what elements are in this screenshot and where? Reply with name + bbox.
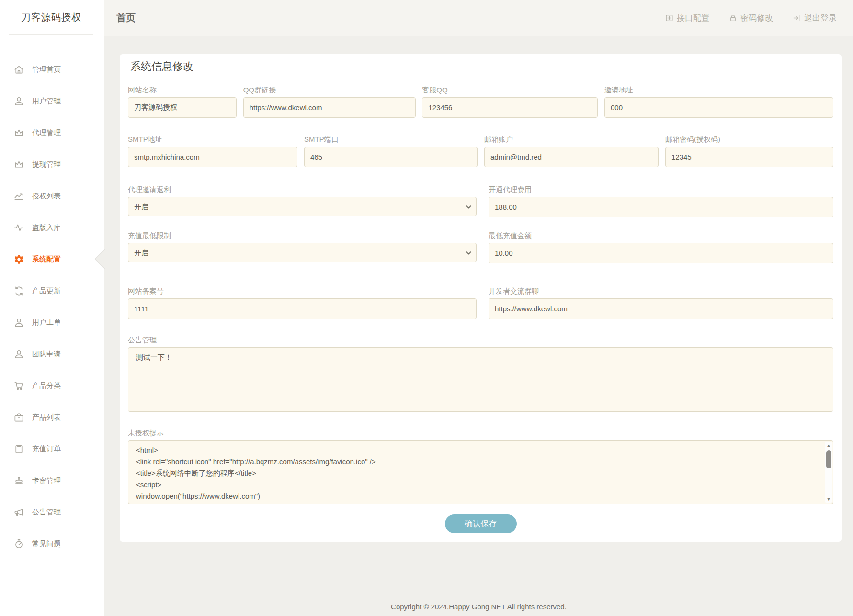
stamp-icon [13, 475, 24, 486]
agent-open-fee-input[interactable] [489, 197, 833, 217]
sidebar-item-admin-home[interactable]: 管理首页 [0, 54, 104, 85]
logout-link[interactable]: 退出登录 [792, 12, 837, 23]
sidebar-item-user-ticket[interactable]: 用户工单 [0, 307, 104, 338]
sidebar-item-label: 常见问题 [32, 539, 61, 548]
form-title: 系统信息修改 [130, 61, 833, 72]
user-icon [13, 317, 24, 328]
smtp-port-label: SMTP端口 [304, 136, 478, 143]
sidebar-item-product-category[interactable]: 产品分类 [0, 370, 104, 401]
user-icon [13, 96, 24, 107]
briefcase-icon [13, 412, 24, 423]
announcement-textarea[interactable]: 测试一下！ [128, 347, 833, 412]
min-recharge-amount-input[interactable] [489, 243, 833, 263]
activity-icon [13, 222, 24, 233]
sidebar-item-label: 用户工单 [32, 318, 61, 327]
textarea-scrollbar[interactable]: ▲ ▼ [825, 442, 832, 503]
app-logo: 刀客源码授权 [9, 0, 93, 34]
sidebar-item-authorization-list[interactable]: 授权列表 [0, 180, 104, 212]
system-info-card: 系统信息修改 网站名称 QQ群链接 客服QQ 邀请地址 SMTP地址 SMTP端… [120, 54, 842, 542]
logout-icon [792, 13, 801, 23]
sidebar-item-label: 授权列表 [32, 192, 61, 201]
developer-chat-group-input[interactable] [489, 298, 833, 319]
header-link-label: 密码修改 [740, 12, 773, 23]
sidebar-item-label: 产品列表 [32, 413, 61, 422]
sidebar-item-label: 团队申请 [32, 350, 61, 359]
invite-address-label: 邀请地址 [604, 86, 833, 93]
sidebar-item-product-list[interactable]: 产品列表 [0, 401, 104, 433]
sidebar-item-label: 用户管理 [32, 97, 61, 106]
agent-invite-rebate-select[interactable]: 开启 [128, 197, 477, 216]
site-icp-number-label: 网站备案号 [128, 287, 477, 295]
sidebar: 刀客源码授权 管理首页 用户管理 代理管理 提现管理 授权列表 盗版入库 系统配… [0, 0, 104, 616]
agent-invite-rebate-label: 代理邀请返利 [128, 186, 477, 193]
qq-group-link-label: QQ群链接 [243, 86, 416, 93]
refresh-icon [13, 285, 24, 297]
header-link-label: 退出登录 [804, 12, 837, 23]
lock-icon [728, 13, 738, 23]
sidebar-item-label: 系统配置 [32, 255, 61, 264]
content-area: 系统信息修改 网站名称 QQ群链接 客服QQ 邀请地址 SMTP地址 SMTP端… [104, 36, 853, 597]
copyright-text: Copyright © 2024.Happy Gong NET All righ… [391, 603, 567, 611]
sidebar-item-withdraw-management[interactable]: 提现管理 [0, 148, 104, 180]
clipboard-icon [13, 444, 24, 455]
sidebar-item-label: 提现管理 [32, 160, 61, 169]
sidebar-item-label: 管理首页 [32, 65, 61, 74]
sidebar-item-agent-management[interactable]: 代理管理 [0, 117, 104, 148]
megaphone-icon [13, 507, 24, 518]
email-account-input[interactable] [484, 147, 659, 167]
service-qq-input[interactable] [422, 97, 598, 118]
site-icp-number-input[interactable] [128, 298, 477, 319]
page-title: 首页 [116, 11, 136, 24]
header-link-label: 接口配置 [677, 12, 709, 23]
recharge-min-limit-select[interactable]: 开启 [128, 243, 477, 262]
save-button[interactable]: 确认保存 [445, 514, 517, 533]
page-footer: Copyright © 2024.Happy Gong NET All righ… [104, 597, 853, 616]
sidebar-item-user-management[interactable]: 用户管理 [0, 85, 104, 117]
sidebar-item-piracy-storage[interactable]: 盗版入库 [0, 212, 104, 243]
smtp-port-input[interactable] [304, 147, 478, 167]
sidebar-item-card-key-management[interactable]: 卡密管理 [0, 465, 104, 496]
cart-icon [13, 380, 24, 391]
change-password-link[interactable]: 密码修改 [728, 12, 773, 23]
announcement-label: 公告管理 [128, 336, 833, 343]
scroll-down-icon[interactable]: ▼ [825, 496, 832, 502]
qq-group-link-input[interactable] [243, 97, 416, 118]
email-password-label: 邮箱密码(授权码) [665, 136, 833, 143]
sidebar-item-system-config[interactable]: 系统配置 [0, 243, 104, 275]
sidebar-item-team-application[interactable]: 团队申请 [0, 338, 104, 370]
sidebar-item-faq[interactable]: 常见问题 [0, 528, 104, 559]
crown-icon [13, 159, 24, 170]
sidebar-item-label: 代理管理 [32, 128, 61, 137]
interface-config-icon [665, 13, 674, 23]
site-name-input[interactable] [128, 97, 237, 118]
stopwatch-icon [13, 538, 24, 549]
unauthorized-notice-textarea[interactable]: <html> <link rel="shortcut icon" href="h… [128, 440, 833, 504]
scroll-up-icon[interactable]: ▲ [825, 442, 832, 449]
page: 刀客源码授权 管理首页 用户管理 代理管理 提现管理 授权列表 盗版入库 系统配… [0, 0, 853, 616]
interface-config-link[interactable]: 接口配置 [665, 12, 709, 23]
sidebar-item-recharge-orders[interactable]: 充值订单 [0, 433, 104, 465]
gear-icon [13, 254, 24, 265]
sidebar-item-product-update[interactable]: 产品更新 [0, 275, 104, 307]
service-qq-label: 客服QQ [422, 86, 598, 93]
home-icon [13, 64, 24, 75]
invite-address-input[interactable] [604, 97, 833, 118]
scrollbar-thumb[interactable] [826, 450, 831, 468]
email-account-label: 邮箱账户 [484, 136, 659, 143]
user-icon [13, 349, 24, 360]
sidebar-item-label: 充值订单 [32, 445, 61, 454]
sidebar-item-label: 产品更新 [32, 286, 61, 296]
email-password-input[interactable] [665, 147, 833, 167]
smtp-address-input[interactable] [128, 147, 297, 167]
developer-chat-group-label: 开发者交流群聊 [489, 287, 833, 295]
trending-up-icon [13, 191, 24, 202]
top-header: 首页 接口配置 密码修改 退出登录 [104, 0, 853, 36]
sidebar-item-label: 盗版入库 [32, 223, 61, 232]
smtp-address-label: SMTP地址 [128, 136, 297, 143]
crown-icon [13, 127, 24, 138]
sidebar-item-announcement-management[interactable]: 公告管理 [0, 496, 104, 528]
recharge-min-limit-label: 充值最低限制 [128, 232, 477, 239]
site-name-label: 网站名称 [128, 86, 237, 93]
sidebar-item-label: 卡密管理 [32, 476, 61, 485]
sidebar-nav: 管理首页 用户管理 代理管理 提现管理 授权列表 盗版入库 系统配置 产品更新 … [0, 35, 104, 559]
